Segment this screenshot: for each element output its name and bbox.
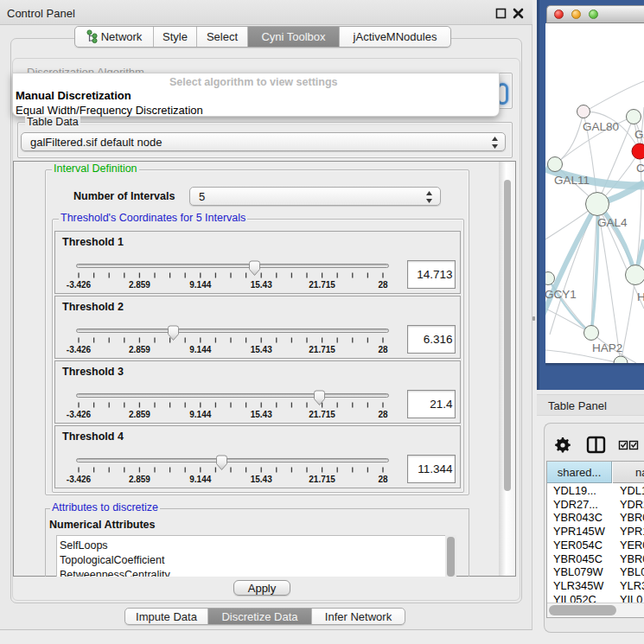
svg-text:GAL: GAL xyxy=(634,128,644,141)
svg-text:GAL11: GAL11 xyxy=(554,174,590,187)
svg-text:GCY1: GCY1 xyxy=(545,288,577,301)
svg-text:GAL80: GAL80 xyxy=(583,120,619,133)
svg-text:C: C xyxy=(636,162,644,175)
svg-text:HI: HI xyxy=(637,290,644,303)
svg-text:GAL4: GAL4 xyxy=(597,216,628,229)
svg-text:HAP2: HAP2 xyxy=(592,341,622,354)
